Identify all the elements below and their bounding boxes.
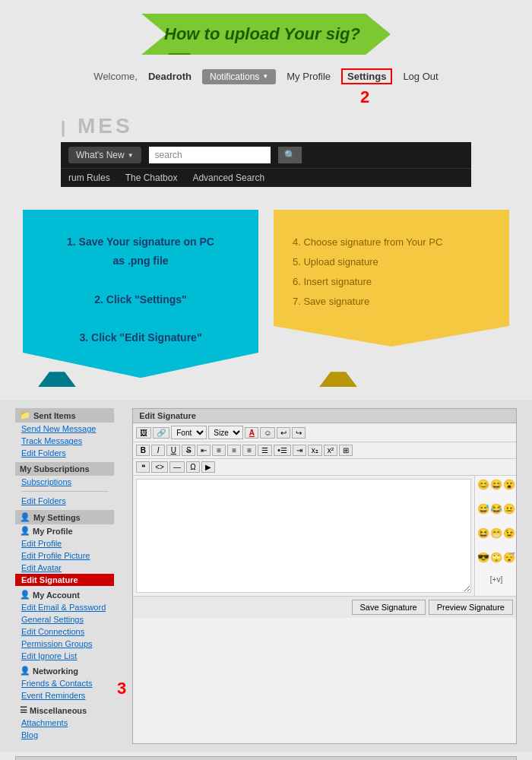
friends-contacts-link[interactable]: Friends & Contacts — [15, 677, 114, 689]
send-new-message-link[interactable]: Send New Message — [15, 423, 114, 435]
sig-picture-section: Signature Picture Upload Signature Pictu… — [15, 756, 517, 760]
emoji-7[interactable]: 😆 — [477, 527, 489, 550]
misc-icon: ☰ — [20, 705, 27, 715]
edit-profile-link[interactable]: Edit Profile — [15, 537, 114, 549]
sidebar-subscriptions: My Subscriptions Subscriptions Edit Fold… — [15, 462, 114, 507]
step-3-label: 3 — [117, 679, 126, 698]
emoji-8[interactable]: 😁 — [490, 527, 502, 550]
toolbar-row-2: B I U S ⇤ ≡ ≡ ≡ ☰ •☰ ⇥ x₂ x² ⊞ — [133, 442, 516, 459]
emoji-6[interactable]: 😐 — [503, 502, 515, 526]
yellow-note-fold — [319, 372, 357, 387]
hr-btn[interactable]: — — [169, 461, 185, 473]
networking-icon: 👤 — [20, 666, 30, 676]
preview-signature-btn[interactable]: Preview Signature — [429, 600, 513, 615]
media-btn[interactable]: ▶ — [201, 461, 215, 473]
toolbar-redo-btn[interactable]: ↪ — [292, 427, 306, 439]
attachments-link[interactable]: Attachments — [15, 717, 114, 729]
toolbar-img-btn[interactable]: 🖼 — [136, 427, 151, 439]
yellow-note-body: 4. Choose signature from Your PC 5. Uplo… — [274, 210, 509, 347]
italic-btn[interactable]: I — [151, 445, 165, 456]
yellow-note: 4. Choose signature from Your PC 5. Uplo… — [274, 210, 509, 378]
notifications-btn[interactable]: Notifications — [202, 69, 276, 84]
yellow-note-text: 4. Choose signature from Your PC 5. Uplo… — [293, 233, 490, 312]
event-reminders-link[interactable]: Event Reminders — [15, 689, 114, 701]
general-settings-link[interactable]: General Settings — [15, 613, 114, 625]
emoji-panel: 😊 😄 😮 😅 😂 😐 😆 😁 😉 😎 🙄 😴 [+v] — [474, 476, 516, 596]
list-btn[interactable]: ☰ — [258, 445, 272, 456]
edit-panel: Edit Signature 🖼 🔗 Font Size A ☺ ↩ ↪ B I… — [132, 408, 517, 744]
sub-btn[interactable]: x₂ — [308, 445, 322, 456]
emoji-9[interactable]: 😉 — [503, 527, 515, 550]
toolbar-row-3: ❝ <> — Ω ▶ — [133, 459, 516, 476]
edit-folders-link[interactable]: Edit Folders — [15, 447, 114, 459]
quote-btn[interactable]: ❝ — [136, 461, 150, 473]
settings-link[interactable]: Settings — [341, 68, 392, 84]
emoji-4[interactable]: 😅 — [477, 502, 489, 526]
align-left-btn[interactable]: ≡ — [212, 445, 226, 456]
sidebar-divider — [21, 491, 108, 492]
whats-new-btn[interactable]: What's New — [68, 147, 141, 163]
notes-area: 1. Save Your signature on PC as .png fil… — [0, 187, 532, 401]
edit-signature-link[interactable]: Edit Signature — [15, 574, 114, 586]
sup-btn[interactable]: x² — [324, 445, 337, 456]
advanced-search-link[interactable]: Advanced Search — [192, 173, 264, 183]
search-input[interactable] — [149, 147, 271, 163]
font-select[interactable]: Font — [171, 426, 207, 439]
emoji-3[interactable]: 😮 — [503, 478, 515, 502]
blue-note-text: 1. Save Your signature on PC as .png fil… — [42, 233, 239, 347]
left-sidebar: 📁 Sent Items Send New Message Track Mess… — [15, 408, 114, 744]
emoji-11[interactable]: 🙄 — [490, 551, 502, 575]
toolbar-color-btn[interactable]: A — [245, 427, 258, 439]
special-btn[interactable]: Ω — [186, 461, 200, 473]
toolbar-emoji-btn[interactable]: ☺ — [260, 427, 275, 439]
edit-folders2-link[interactable]: Edit Folders — [15, 495, 114, 507]
chatbox-link[interactable]: The Chatbox — [125, 173, 178, 183]
track-messages-link[interactable]: Track Messages — [15, 435, 114, 447]
toolbar-undo-btn[interactable]: ↩ — [277, 427, 290, 439]
bullet-list-btn[interactable]: •☰ — [274, 445, 291, 456]
my-profile-link[interactable]: My Profile — [287, 71, 331, 82]
logout-link[interactable]: Log Out — [403, 71, 438, 82]
my-profile-icon: 👤 — [20, 526, 30, 536]
permission-groups-link[interactable]: Permission Groups — [15, 638, 114, 650]
underline-btn[interactable]: U — [166, 445, 180, 456]
subscriptions-link[interactable]: Subscriptions — [15, 476, 114, 488]
settings-icon: 👤 — [20, 512, 30, 522]
edit-connections-link[interactable]: Edit Connections — [15, 625, 114, 638]
toolbar-link-btn[interactable]: 🔗 — [153, 427, 169, 439]
edit-profile-picture-link[interactable]: Edit Profile Picture — [15, 549, 114, 562]
signature-text-area[interactable] — [136, 479, 471, 593]
indent-left-btn[interactable]: ⇤ — [197, 445, 211, 456]
forum-nav-top: What's New 🔍 — [61, 142, 471, 168]
welcome-text: Welcome, — [93, 71, 138, 82]
step-2-label: 2 — [360, 87, 369, 107]
emoji-1[interactable]: 😊 — [477, 478, 489, 502]
edit-ignore-list-link[interactable]: Edit Ignore List — [15, 650, 114, 662]
size-select[interactable]: Size — [208, 426, 243, 439]
blog-link[interactable]: Blog — [15, 729, 114, 741]
step-3-area: 3 — [114, 408, 128, 744]
code-btn[interactable]: <> — [151, 461, 168, 473]
align-right-btn[interactable]: ≡ — [242, 445, 256, 456]
folder-icon: 📁 — [20, 410, 30, 420]
emoji-2[interactable]: 😄 — [490, 478, 502, 502]
forum-rules-link[interactable]: rum Rules — [68, 173, 110, 183]
forum-nav: What's New 🔍 rum Rules The Chatbox Advan… — [61, 142, 471, 187]
edit-content-area: 😊 😄 😮 😅 😂 😐 😆 😁 😉 😎 🙄 😴 [+v] — [133, 476, 516, 596]
save-signature-btn[interactable]: Save Signature — [352, 600, 426, 615]
emoji-10[interactable]: 😎 — [477, 551, 489, 575]
emoji-12[interactable]: 😴 — [503, 551, 515, 575]
my-account-icon: 👤 — [20, 590, 30, 600]
search-button[interactable]: 🔍 — [278, 147, 302, 163]
strikethrough-btn[interactable]: S — [182, 445, 195, 456]
edit-email-password-link[interactable]: Edit Email & Password — [15, 601, 114, 613]
edit-avatar-link[interactable]: Edit Avatar — [15, 562, 114, 574]
table-btn[interactable]: ⊞ — [339, 445, 353, 456]
toolbar-row-1: 🖼 🔗 Font Size A ☺ ↩ ↪ — [133, 423, 516, 442]
emoji-5[interactable]: 😂 — [490, 502, 502, 526]
bbcode-toggle[interactable]: [+v] — [477, 575, 515, 594]
banner-fold — [168, 53, 191, 61]
bold-btn[interactable]: B — [136, 445, 150, 456]
align-center-btn[interactable]: ≡ — [227, 445, 241, 456]
outdent-btn[interactable]: ⇥ — [293, 445, 306, 456]
